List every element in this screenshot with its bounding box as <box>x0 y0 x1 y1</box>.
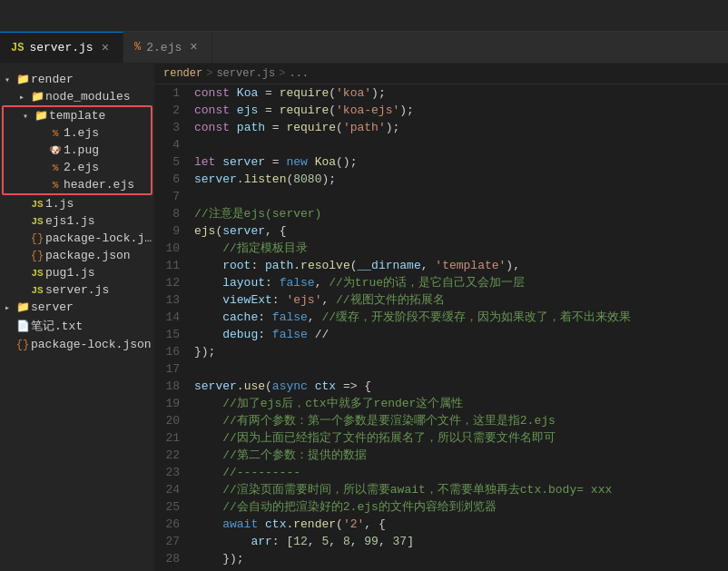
line-number: 18 <box>154 378 191 395</box>
line-content: let server = new Koa(); <box>191 153 728 171</box>
line-content: //渲染页面需要时间，所以需要await，不需要单独再去ctx.body= xx… <box>191 481 728 498</box>
line-content <box>191 188 728 205</box>
line-number: 20 <box>154 412 191 429</box>
line-number: 22 <box>154 447 191 464</box>
expand-arrow[interactable]: ▾ <box>18 111 33 122</box>
sidebar-item-label: package.json <box>45 249 154 262</box>
sidebar-item-root-pkg-lock[interactable]: {}package-lock.json <box>0 336 154 353</box>
code-line: 16}); <box>154 343 728 360</box>
sidebar-item-server-folder[interactable]: ▸📁server <box>0 299 154 316</box>
expand-arrow[interactable]: ▸ <box>15 92 29 103</box>
folder-icon: 📁 <box>15 73 31 86</box>
code-line: 9ejs(server, { <box>154 222 728 240</box>
sidebar-item-label: server.js <box>45 283 154 297</box>
sidebar-item-1-ejs[interactable]: %1.ejs <box>4 124 151 142</box>
line-content: //--------- <box>191 464 728 481</box>
json-icon: {} <box>29 250 45 262</box>
code-line: 18server.use(async ctx => { <box>154 378 728 395</box>
template-highlight-box: ▾📁template%1.ejs🐶1.pug%2.ejs%header.ejs <box>2 105 152 195</box>
breadcrumb-item: > <box>206 67 212 80</box>
sidebar-item-label: render <box>31 73 154 86</box>
line-content: viewExt: 'ejs', //视图文件的拓展名 <box>191 291 728 309</box>
pug-icon: 🐶 <box>47 144 64 156</box>
line-content: debug: false // <box>191 326 728 343</box>
sidebar-item-pkg-lock[interactable]: {}package-lock.json <box>0 230 154 247</box>
tab-server-js[interactable]: JSserver.js× <box>0 32 123 63</box>
line-number: 1 <box>154 84 191 102</box>
tab-2-ejs[interactable]: %2.ejs× <box>123 32 212 63</box>
sidebar-item-ejs1-js[interactable]: JSejs1.js <box>0 212 154 230</box>
sidebar-item-notes[interactable]: 📄笔记.txt <box>0 316 154 336</box>
sidebar-item-label: 1.ejs <box>64 126 151 140</box>
line-number: 28 <box>154 550 191 567</box>
line-content: //第二个参数：提供的数据 <box>191 447 728 464</box>
code-line: 8//注意是ejs(server) <box>154 205 728 222</box>
code-line: 29}); <box>154 567 728 571</box>
code-line: 22 //第二个参数：提供的数据 <box>154 447 728 464</box>
expand-arrow[interactable]: ▾ <box>0 74 15 85</box>
sidebar-item-1-pug[interactable]: 🐶1.pug <box>4 142 151 159</box>
breadcrumb-item: server.js <box>216 67 275 80</box>
open-editor-label <box>0 64 154 71</box>
top-bar <box>0 0 728 32</box>
code-line: 23 //--------- <box>154 464 728 481</box>
sidebar-item-label: template <box>49 109 151 123</box>
sidebar-item-pug1-js[interactable]: JSpug1.js <box>0 264 154 281</box>
sidebar-item-pkg[interactable]: {}package.json <box>0 247 154 264</box>
tabs-bar: JSserver.js×%2.ejs× <box>0 32 728 64</box>
tab-close-btn[interactable]: × <box>187 39 200 55</box>
line-content: //会自动的把渲染好的2.ejs的文件内容给到浏览器 <box>191 498 728 516</box>
line-content: root: path.resolve(__dirname, 'template'… <box>191 257 728 274</box>
code-line: 2const ejs = require('koa-ejs'); <box>154 102 728 119</box>
sidebar-item-header-ejs[interactable]: %header.ejs <box>4 176 151 193</box>
line-number: 27 <box>154 533 191 550</box>
code-line: 20 //有两个参数：第一个参数是要渲染哪个文件，这里是指2.ejs <box>154 412 728 429</box>
code-line: 15 debug: false // <box>154 326 728 343</box>
code-line: 7 <box>154 188 728 205</box>
line-number: 7 <box>154 188 191 205</box>
line-content: //有两个参数：第一个参数是要渲染哪个文件，这里是指2.ejs <box>191 412 728 429</box>
sidebar-item-label: server <box>31 300 154 314</box>
sidebar-item-label: package-lock.json <box>45 231 154 245</box>
sidebar-item-server-js[interactable]: JSserver.js <box>0 281 154 299</box>
line-number: 23 <box>154 464 191 481</box>
sidebar-item-label: package-lock.json <box>31 338 154 351</box>
code-line: 27 arr: [12, 5, 8, 99, 37] <box>154 533 728 550</box>
line-content: ejs(server, { <box>191 222 728 240</box>
code-line: 4 <box>154 136 728 153</box>
line-content: //加了ejs后，ctx中就多了render这个属性 <box>191 395 728 412</box>
sidebar: ▾📁render▸📁node_modules▾📁template%1.ejs🐶1… <box>0 64 154 571</box>
js-icon: JS <box>29 199 45 210</box>
line-content: layout: false, //为true的话，是它自己又会加一层 <box>191 274 728 291</box>
code-line: 6server.listen(8080); <box>154 171 728 188</box>
sidebar-item-template[interactable]: ▾📁template <box>4 107 151 124</box>
expand-arrow[interactable]: ▸ <box>0 302 15 313</box>
txt-icon: 📄 <box>15 320 31 333</box>
line-number: 21 <box>154 429 191 447</box>
sidebar-item-1-js[interactable]: JS1.js <box>0 195 154 212</box>
code-line: 24 //渲染页面需要时间，所以需要await，不需要单独再去ctx.body=… <box>154 481 728 498</box>
code-line: 12 layout: false, //为true的话，是它自己又会加一层 <box>154 274 728 291</box>
line-number: 4 <box>154 136 191 153</box>
code-container[interactable]: 1const Koa = require('koa');2const ejs =… <box>154 84 728 571</box>
tab-label: 2.ejs <box>146 41 182 54</box>
line-number: 8 <box>154 205 191 222</box>
code-line: 10 //指定模板目录 <box>154 240 728 257</box>
line-number: 24 <box>154 481 191 498</box>
sidebar-item-2-ejs[interactable]: %2.ejs <box>4 159 151 176</box>
sidebar-item-label: node_modules <box>45 90 154 103</box>
line-content: const ejs = require('koa-ejs'); <box>191 102 728 119</box>
sidebar-item-render[interactable]: ▾📁render <box>0 71 154 88</box>
code-line: 28 }); <box>154 550 728 567</box>
line-number: 11 <box>154 257 191 274</box>
tab-close-btn[interactable]: × <box>99 40 112 56</box>
breadcrumb-item: render <box>163 67 202 80</box>
line-number: 16 <box>154 343 191 360</box>
code-line: 1const Koa = require('koa'); <box>154 84 728 102</box>
sidebar-item-node_modules[interactable]: ▸📁node_modules <box>0 88 154 105</box>
line-number: 5 <box>154 153 191 171</box>
code-line: 14 cache: false, //缓存，开发阶段不要缓存，因为如果改了，着不… <box>154 309 728 326</box>
js-icon: JS <box>11 42 24 54</box>
line-number: 6 <box>154 171 191 188</box>
line-content: const path = require('path'); <box>191 119 728 136</box>
